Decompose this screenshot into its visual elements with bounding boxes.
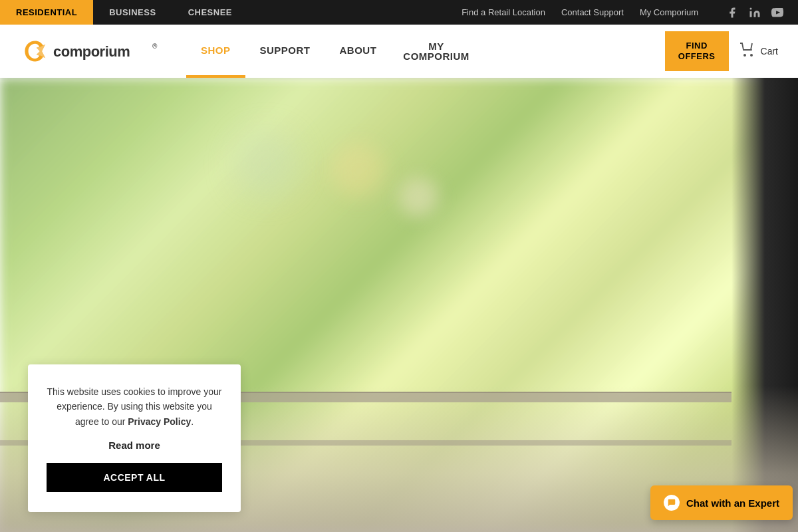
tab-business[interactable]: BUSINESS bbox=[93, 0, 172, 25]
privacy-policy-link[interactable]: Privacy Policy bbox=[128, 416, 191, 427]
logo-text-icon: comporium ® bbox=[53, 42, 160, 61]
tab-chesnee[interactable]: CHESNEE bbox=[172, 0, 248, 25]
top-bar: RESIDENTIAL BUSINESS CHESNEE Find a Reta… bbox=[0, 0, 798, 25]
nav-support[interactable]: SUPPORT bbox=[245, 25, 325, 78]
utility-links: Find a Retail Location Contact Support M… bbox=[462, 5, 785, 20]
contact-support-link[interactable]: Contact Support bbox=[561, 7, 624, 17]
cart-area[interactable]: Cart bbox=[739, 43, 778, 61]
find-retail-link[interactable]: Find a Retail Location bbox=[462, 7, 545, 17]
logo[interactable]: comporium ® bbox=[20, 39, 160, 63]
cookie-message: This website uses cookies to improve you… bbox=[47, 384, 222, 429]
read-more-link[interactable]: Read more bbox=[47, 440, 222, 451]
hero-section: This website uses cookies to improve you… bbox=[0, 78, 798, 532]
svg-point-0 bbox=[750, 7, 752, 9]
svg-point-3 bbox=[743, 54, 746, 57]
accept-all-button[interactable]: ACCEPT ALL bbox=[47, 463, 222, 492]
svg-text:®: ® bbox=[152, 43, 158, 50]
svg-point-4 bbox=[750, 54, 753, 57]
segment-tabs: RESIDENTIAL BUSINESS CHESNEE bbox=[0, 0, 248, 25]
facebook-icon[interactable] bbox=[725, 5, 739, 20]
primary-nav-links: SHOP SUPPORT ABOUT MY COMPORIUM bbox=[186, 25, 665, 78]
nav-about[interactable]: ABOUT bbox=[325, 25, 392, 78]
linkedin-icon[interactable] bbox=[747, 5, 762, 20]
chat-widget[interactable]: Chat with an Expert bbox=[650, 485, 793, 520]
cart-icon bbox=[739, 43, 755, 61]
nav-my-comporium-label1: MY bbox=[428, 41, 444, 51]
nav-my-comporium-label2: COMPORIUM bbox=[403, 51, 469, 61]
chat-label: Chat with an Expert bbox=[686, 497, 779, 509]
my-comporium-link[interactable]: My Comporium bbox=[640, 7, 698, 17]
main-nav: comporium ® SHOP SUPPORT ABOUT MY COMPOR… bbox=[0, 25, 798, 78]
logo-mark-icon bbox=[20, 39, 49, 63]
svg-text:comporium: comporium bbox=[53, 43, 130, 60]
social-links bbox=[725, 5, 785, 20]
tab-residential[interactable]: RESIDENTIAL bbox=[0, 0, 93, 25]
youtube-icon[interactable] bbox=[770, 5, 785, 20]
cart-label: Cart bbox=[761, 46, 778, 57]
find-offers-button[interactable]: FINDOFFERS bbox=[665, 31, 729, 70]
nav-my-comporium[interactable]: MY COMPORIUM bbox=[391, 25, 481, 78]
nav-shop[interactable]: SHOP bbox=[186, 25, 245, 78]
chat-bubble-icon bbox=[664, 495, 680, 511]
cookie-banner: This website uses cookies to improve you… bbox=[28, 364, 241, 512]
